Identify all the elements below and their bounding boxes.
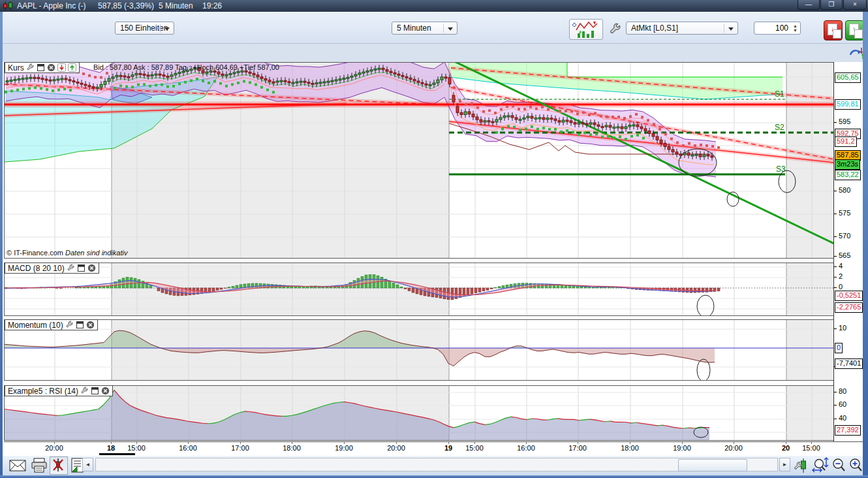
title-bar[interactable]: AAPL - Apple Inc (-) 587,85 (-3,39%) 5 M…: [0, 0, 868, 12]
detach-window-icon[interactable]: [91, 387, 99, 395]
close-button[interactable]: ×: [843, 0, 867, 10]
quantity-stepper[interactable]: 100 ▲▼: [754, 22, 801, 35]
rsi-tick-mark: [834, 392, 837, 392]
minimize-button[interactable]: —: [798, 0, 820, 10]
trading-app-window: AAPL - Apple Inc (-) 587,85 (-3,39%) 5 M…: [0, 0, 868, 478]
macd-tick-mark: [834, 287, 837, 288]
price-tick-label: 580: [839, 186, 850, 194]
horizontal-scrollbar[interactable]: [95, 458, 778, 471]
price-axis[interactable]: 595580575570565605,65599,81592,75591,258…: [833, 62, 863, 441]
timeframe-dropdown-value: 5 Minuten: [397, 24, 431, 33]
time-tick-label: 20:00: [45, 444, 63, 452]
kurs-panel-label: Kurs: [8, 63, 24, 72]
macd-chart[interactable]: [4, 263, 833, 316]
realtime-off-button[interactable]: [50, 456, 68, 475]
quantity-value: 100: [775, 24, 788, 33]
rsi-tick-mark: [834, 419, 837, 419]
order-type-dropdown-value: AtMkt [L0,S1]: [631, 24, 678, 33]
zoom-in-icon[interactable]: [848, 457, 864, 474]
chevron-down-icon: [728, 27, 734, 31]
chevron-down-icon: [164, 27, 170, 31]
chart-settings-icon[interactable]: [794, 457, 808, 474]
price-value-label: 591,2: [835, 136, 857, 147]
close-icon[interactable]: [47, 63, 55, 72]
timeframe-dropdown[interactable]: 5 Minuten: [392, 22, 457, 35]
detach-window-icon[interactable]: [76, 321, 84, 329]
price-value-label: 583,22: [835, 170, 861, 180]
close-icon[interactable]: [87, 264, 96, 272]
main-toolbar: 150 Einheiten 5 Minuten AtMkt [L0,S1]: [3, 12, 863, 44]
price-tick-label: 570: [839, 232, 850, 240]
time-tick-label: 17:00: [231, 444, 249, 452]
rsi-panel-label: Example5 : RSI (14): [8, 387, 78, 396]
momentum-panel-label: Momentum (10): [8, 321, 63, 330]
zoom-fit-icon[interactable]: [812, 457, 830, 474]
units-dropdown-value: 150 Einheiten: [120, 24, 168, 33]
momentum-panel-header: Momentum (10): [5, 319, 98, 330]
stepper-arrows-icon[interactable]: ▲▼: [793, 24, 798, 33]
close-icon[interactable]: [101, 387, 110, 395]
detach-window-icon[interactable]: [77, 264, 85, 272]
window-border-bottom: [0, 475, 868, 478]
title-timeframe: 5 Minuten: [159, 1, 193, 10]
buy-arrow-button[interactable]: [68, 63, 76, 72]
macd-tick-mark: [834, 277, 837, 278]
rsi-tick-label: 60: [839, 400, 846, 408]
time-tick-label: 19:00: [335, 444, 353, 452]
detach-window-icon[interactable]: [37, 63, 45, 72]
bid-ask-info: Bid : 587,80 Ask : 587,89 Tag : +Hoch 60…: [93, 63, 279, 71]
scroll-right-button[interactable]: ►: [779, 458, 790, 471]
print-icon[interactable]: [30, 458, 48, 473]
window-border-left: [0, 12, 3, 478]
time-tick-label: 15:00: [802, 444, 820, 452]
chart-style-button[interactable]: [569, 19, 603, 40]
order-type-dropdown[interactable]: AtMkt [L0,S1]: [626, 22, 738, 35]
time-tick-label: 18:00: [621, 444, 639, 452]
price-value-label: 3m23s: [835, 159, 860, 170]
level-label-S3: S3: [776, 165, 786, 174]
sell-arrow-button[interactable]: [57, 63, 66, 72]
chevron-down-icon: [448, 27, 453, 31]
buy-button[interactable]: ↑: [845, 20, 864, 40]
momentum-chart[interactable]: [4, 319, 833, 381]
email-icon[interactable]: [9, 459, 26, 472]
title-time: 19:26: [202, 1, 222, 10]
sell-button[interactable]: ↓: [824, 20, 843, 40]
units-dropdown[interactable]: 150 Einheiten: [115, 22, 174, 35]
zoom-out-icon[interactable]: [831, 457, 847, 474]
title-price: 587,85 (-3,39%): [98, 1, 154, 10]
price-value-label: 605,65: [835, 72, 861, 83]
candlestick-icon: [3, 1, 14, 10]
title-instrument: AAPL - Apple Inc (-): [17, 1, 86, 10]
time-tick-label: 18: [107, 444, 115, 452]
rsi-chart[interactable]: [4, 385, 833, 441]
dropdown-separator: [724, 24, 724, 33]
reverse-position-icon[interactable]: [848, 45, 864, 61]
wrench-icon[interactable]: [80, 387, 89, 395]
macd-panel-label: MACD (8 20 10): [8, 264, 65, 273]
wrench-icon[interactable]: [609, 23, 622, 36]
scroll-left-button[interactable]: ◄: [82, 458, 93, 471]
sub-toolbar-strip: [3, 44, 863, 62]
close-icon[interactable]: [86, 321, 95, 329]
wrench-icon[interactable]: [65, 321, 74, 329]
time-tick-label: 19: [444, 444, 452, 452]
macd-panel-header: MACD (8 20 10): [5, 263, 99, 274]
macd-tick-label: 4: [839, 262, 843, 270]
page-icon: [854, 29, 863, 39]
time-tick-label: 19:00: [673, 444, 691, 452]
dropdown-separator: [160, 24, 161, 33]
dropdown-separator: [443, 24, 444, 33]
page-icon: [833, 29, 841, 39]
macd-value-label: -2,2765: [835, 302, 863, 313]
wrench-icon[interactable]: [26, 63, 35, 72]
scrollbar-thumb[interactable]: [678, 459, 747, 471]
wrench-icon[interactable]: [67, 264, 75, 272]
price-tick-label: 575: [839, 209, 850, 217]
maximize-button[interactable]: ❒: [820, 0, 843, 10]
rsi-panel-header: Example5 : RSI (14): [5, 385, 113, 396]
price-chart[interactable]: S1S2S3: [4, 62, 833, 259]
macd-tick-mark: [834, 266, 837, 267]
time-tick-label: 16:00: [179, 444, 197, 452]
momentum-value-label: 0: [835, 343, 843, 353]
